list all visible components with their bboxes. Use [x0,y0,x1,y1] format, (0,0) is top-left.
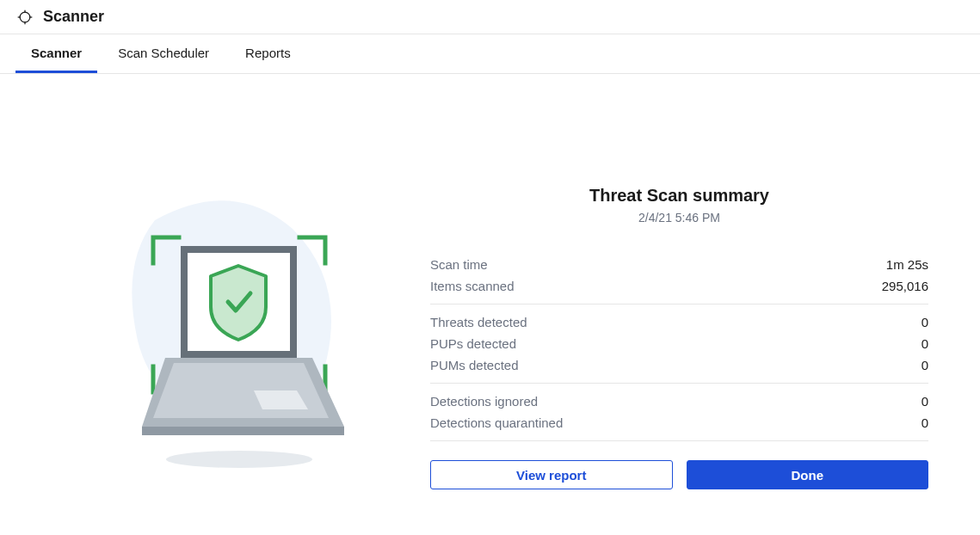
stat-row: Scan time 1m 25s [430,254,928,275]
tab-scan-scheduler[interactable]: Scan Scheduler [102,34,225,73]
tabs-bar: Scanner Scan Scheduler Reports [0,34,980,74]
stat-row: Threats detected 0 [430,311,928,333]
stat-label: Items scanned [430,279,515,293]
tab-reports[interactable]: Reports [230,34,306,73]
done-button[interactable]: Done [687,460,929,489]
tab-label: Scan Scheduler [118,46,209,60]
laptop-shield-illustration [52,108,413,478]
svg-marker-8 [153,363,329,418]
stat-row: PUMs detected 0 [430,354,928,376]
summary-title: Threat Scan summary [430,186,928,206]
stat-value: 295,016 [882,279,928,293]
button-label: View report [516,468,586,483]
content-area: Threat Scan summary 2/4/21 5:46 PM Scan … [0,74,980,489]
stat-value: 1m 25s [886,257,928,272]
page-header: Scanner [0,0,980,34]
stat-row: PUPs detected 0 [430,333,928,354]
tab-label: Reports [245,46,291,60]
stat-label: Detections quarantined [430,415,563,430]
stat-value: 0 [921,315,928,329]
page-title: Scanner [43,8,104,26]
svg-marker-10 [142,427,344,435]
tab-scanner[interactable]: Scanner [15,34,97,73]
view-report-button[interactable]: View report [430,460,673,489]
stat-value: 0 [921,336,928,351]
stat-label: Detections ignored [430,394,538,409]
stat-label: Scan time [430,257,488,272]
stat-group-scan: Scan time 1m 25s Items scanned 295,016 [430,247,928,304]
stat-label: PUPs detected [430,336,516,351]
stat-value: 0 [921,415,928,430]
stat-label: PUMs detected [430,358,519,372]
stat-label: Threats detected [430,315,527,329]
stat-row: Items scanned 295,016 [430,275,928,297]
crosshair-icon [15,8,34,27]
action-buttons: View report Done [430,460,928,489]
button-label: Done [792,468,824,483]
svg-point-11 [166,451,312,468]
scan-summary: Threat Scan summary 2/4/21 5:46 PM Scan … [430,108,928,489]
stat-group-actions: Detections ignored 0 Detections quaranti… [430,384,928,441]
tab-label: Scanner [31,46,82,60]
stat-value: 0 [921,394,928,409]
summary-timestamp: 2/4/21 5:46 PM [430,211,928,224]
stat-row: Detections quarantined 0 [430,412,928,434]
svg-point-0 [20,12,30,22]
stat-value: 0 [921,358,928,372]
stat-row: Detections ignored 0 [430,390,928,412]
stat-group-threats: Threats detected 0 PUPs detected 0 PUMs … [430,304,928,384]
